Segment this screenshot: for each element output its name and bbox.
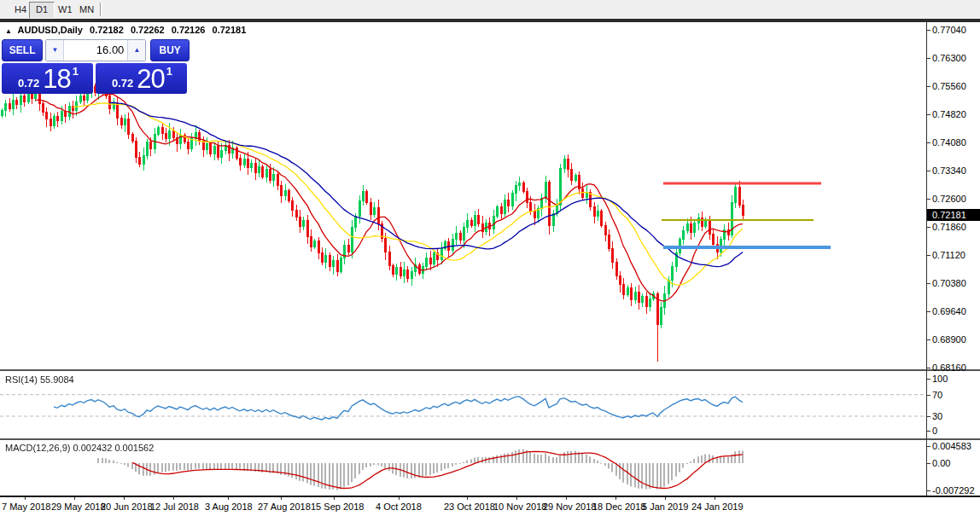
buy-button[interactable]: BUY [150, 39, 190, 61]
tab-d1[interactable]: D1 [29, 2, 55, 19]
date-label: 3 Aug 2018 [205, 502, 253, 512]
price-tick-0.68160: 0.68160 [932, 362, 966, 373]
macd-tick-0.004583-tick [927, 446, 930, 447]
macd-label: MACD(12,26,9) 0.002432 0.001562 [5, 443, 154, 453]
date-label: 27 Aug 2018 [258, 502, 311, 512]
volume-down-button[interactable]: ▼ [46, 40, 64, 61]
date-tick [25, 497, 26, 500]
buy-price-big: 20 [137, 66, 164, 92]
date-label: 29 Nov 2018 [543, 502, 596, 512]
symbol-name: AUDUSD,Daily [18, 25, 83, 35]
price-tick-0.71860: 0.71860 [932, 222, 966, 232]
buy-price-pipette: 1 [166, 65, 172, 78]
sell-price-small: 0.72 [18, 77, 39, 90]
price-tick-0.75560-tick [927, 86, 930, 87]
price-tick-0.76300-tick [927, 58, 930, 59]
rsi-tick-0-tick [927, 431, 930, 432]
date-tick [615, 497, 616, 500]
price-tick-0.68900-tick [927, 339, 930, 340]
date-label: 15 Sep 2018 [311, 502, 364, 512]
price-tick-0.68900: 0.68900 [932, 334, 966, 345]
price-tick-0.73340-tick [927, 171, 930, 171]
date-tick [467, 497, 468, 500]
price-tick-0.70380-tick [927, 283, 930, 284]
buy-price-small: 0.72 [112, 77, 133, 90]
current-price-tag: 0.72181 [927, 209, 980, 221]
price-tick-0.69640: 0.69640 [932, 306, 966, 316]
sell-button[interactable]: SELL [2, 39, 43, 61]
rsi-tick-30: 30 [932, 411, 942, 421]
macd-tick--0.007292-tick [927, 490, 930, 491]
volume-stepper: ▼ ▲ [45, 39, 146, 61]
price-tick-0.74080: 0.74080 [932, 137, 966, 148]
date-label: 24 Jan 2019 [691, 502, 744, 512]
date-tick [124, 497, 125, 500]
price-tick-0.71120-tick [927, 255, 930, 256]
rsi-tick-70: 70 [932, 390, 942, 400]
rsi-indicator-chart[interactable] [0, 371, 926, 438]
date-tick [281, 497, 282, 500]
price-axis-border [926, 22, 927, 496]
date-tick [399, 497, 400, 500]
price-tick-0.71120: 0.71120 [932, 250, 965, 260]
price-tick-0.68160-tick [927, 368, 930, 368]
rsi-tick-30-tick [927, 416, 930, 417]
ohlc-close: 0.72181 [213, 25, 247, 35]
price-tick-0.69640-tick [927, 311, 930, 312]
price-tick-0.74820: 0.74820 [932, 109, 966, 119]
date-tick [334, 497, 335, 500]
volume-up-button[interactable]: ▲ [127, 40, 145, 61]
ohlc-open: 0.72182 [90, 25, 124, 35]
date-label: 12 Jul 2018 [150, 502, 199, 512]
date-tick [665, 497, 666, 500]
price-tick-0.74080-tick [927, 142, 930, 143]
one-click-trading-panel: SELL ▼ ▲ BUY 0.72 18 1 0.72 20 1 [2, 39, 190, 94]
price-tick-0.76300: 0.76300 [932, 53, 966, 63]
main-rsi-separator[interactable] [0, 369, 980, 371]
sell-price-pipette: 1 [73, 65, 79, 78]
date-tick [228, 497, 229, 500]
ohlc-low: 0.72126 [172, 25, 206, 35]
price-tick-0.75560: 0.75560 [932, 81, 966, 91]
timeframe-tabbar: H4D1W1MN [0, 0, 980, 19]
rsi-tick-70-tick [927, 395, 930, 396]
date-label: 4 Oct 2018 [376, 502, 422, 512]
date-axis[interactable]: 7 May 201829 May 201820 Jun 201812 Jul 2… [0, 497, 980, 516]
price-tick-0.74820-tick [927, 114, 930, 115]
rsi-tick-0: 0 [932, 426, 937, 436]
macd-tick-0.00: 0.00 [932, 458, 950, 468]
date-label: 10 Nov 2018 [493, 502, 546, 512]
macd-tick--0.007292: -0.007292 [932, 485, 975, 496]
price-tick-0.73340: 0.73340 [932, 165, 966, 176]
price-tick-0.70380: 0.70380 [932, 278, 966, 288]
chart-header: ▲ AUDUSD,Daily 0.72182 0.72262 0.72126 0… [5, 25, 250, 35]
price-tick-0.72600-tick [927, 199, 930, 200]
macd-tick-0.004583: 0.004583 [932, 441, 971, 451]
date-label: 23 Oct 2018 [444, 502, 495, 512]
tabbar-separator [100, 3, 102, 16]
rsi-label: RSI(14) 55.9084 [5, 374, 74, 385]
volume-input[interactable] [64, 40, 127, 59]
macd-tick-0.00-tick [927, 463, 930, 464]
date-tick [173, 497, 174, 500]
buy-price-panel[interactable]: 0.72 20 1 [96, 63, 187, 94]
date-label: 5 Jan 2019 [642, 502, 688, 512]
sell-price-big: 18 [43, 66, 70, 92]
date-tick [566, 497, 567, 500]
sell-price-panel[interactable]: 0.72 18 1 [2, 63, 93, 94]
rsi-tick-100-tick [927, 379, 930, 380]
price-tick-0.77040-tick [927, 30, 930, 31]
price-tick-0.77040: 0.77040 [932, 25, 966, 35]
rsi-macd-separator[interactable] [0, 438, 980, 440]
tab-mn[interactable]: MN [73, 2, 100, 17]
date-label: 20 Jun 2018 [101, 502, 153, 512]
price-tick-0.71860-tick [927, 227, 930, 228]
date-tick [715, 497, 715, 500]
date-label: 29 May 2018 [51, 502, 106, 512]
date-tick [74, 497, 75, 500]
date-label: 7 May 2018 [2, 502, 50, 512]
date-label: 18 Dec 2018 [592, 502, 645, 512]
rsi-tick-100: 100 [932, 374, 948, 384]
collapse-triangle-icon[interactable]: ▲ [5, 27, 12, 35]
mt4-window: H4D1W1MN ▲ AUDUSD,Daily 0.72182 0.72262 … [0, 0, 980, 516]
